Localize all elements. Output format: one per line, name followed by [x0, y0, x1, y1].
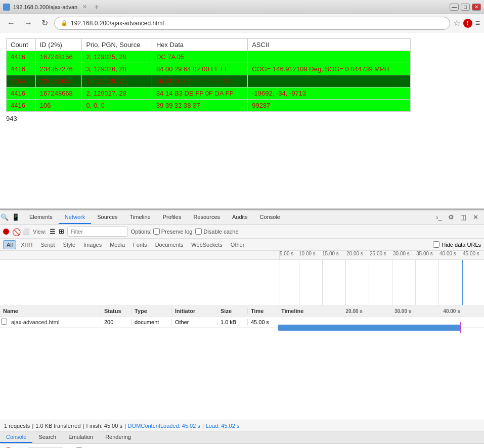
filter-type-websockets[interactable]: WebSockets	[188, 240, 226, 249]
cell-hex: DC 7A 05	[152, 51, 247, 63]
close-devtools-icon[interactable]: ✕	[471, 213, 480, 222]
address-bar[interactable]: 🔒 192.168.0.200/ajax-advanced.html	[54, 17, 450, 30]
clear-button[interactable]: 🚫	[12, 228, 19, 235]
grid-line-4	[345, 260, 346, 305]
network-status-bar: 1 requests | 1.0 KB transferred | Finish…	[0, 420, 484, 431]
filter-input[interactable]	[67, 227, 128, 237]
filter-type-other[interactable]: Other	[227, 240, 248, 249]
devtools-tab-network[interactable]: Network	[59, 211, 91, 224]
preserve-log-label: Options: Preserve log	[131, 228, 193, 235]
devtools-tab-console[interactable]: Console	[254, 211, 286, 224]
view-label: View:	[33, 229, 47, 235]
dom-content-link[interactable]: DOMContentLoaded: 45.02 s	[128, 423, 200, 429]
row-checkbox[interactable]	[1, 319, 7, 325]
filter-type-images[interactable]: Images	[80, 240, 105, 249]
devtools-tab-sources[interactable]: Sources	[91, 211, 123, 224]
tick-8: 45.00 s	[463, 251, 479, 256]
grid-line-3	[322, 260, 323, 305]
cell-hex: 84 14 B3 DE FF 0F DA FF	[152, 87, 247, 100]
tab-close-icon[interactable]: ✕	[82, 4, 87, 10]
grid-line-5	[369, 260, 369, 305]
filter-type-media[interactable]: Media	[106, 240, 128, 249]
row-name: ajax-advanced.html	[8, 319, 101, 325]
col-header-count: Count	[7, 39, 36, 51]
tick-1: 10.00 s	[299, 251, 316, 256]
bottom-tab-rendering[interactable]: Rendering	[99, 432, 137, 443]
cell-count: 4416	[7, 87, 36, 100]
mobile-icon[interactable]: 📱	[11, 213, 20, 222]
cell-ascii: COG= 146.912109 Deg, SOG= 0.044739 MPH	[248, 63, 411, 75]
tab-title: 192.168.0.200/ajax-advan	[13, 4, 77, 10]
filter-type-xhr[interactable]: XHR	[17, 240, 36, 249]
bottom-tab-console[interactable]: Console	[0, 432, 32, 443]
filter-type-style[interactable]: Style	[60, 240, 79, 249]
row-type: document	[131, 319, 172, 325]
menu-icon[interactable]: ≡	[475, 19, 480, 28]
cell-count: 4416	[7, 63, 36, 75]
filter-type-fonts[interactable]: Fonts	[129, 240, 151, 249]
cell-prio_pgn_source: 3, 129026, 28	[82, 63, 152, 75]
load-link[interactable]: Load: 45.02 s	[206, 423, 240, 429]
grid-view-icon[interactable]: ⊞	[59, 228, 64, 235]
forward-button[interactable]: →	[21, 17, 35, 30]
filter-type-all[interactable]: All	[3, 240, 16, 249]
back-button[interactable]: ←	[4, 17, 18, 30]
row-size: 1.0 kB	[217, 319, 248, 325]
dock-icon[interactable]: ◫	[459, 213, 468, 222]
timeline-end-marker	[460, 322, 461, 333]
network-row[interactable]: ajax-advanced.html 200 document Other 1.…	[0, 317, 484, 328]
devtools-tab-elements[interactable]: Elements	[23, 211, 59, 224]
devtools-tab-timeline[interactable]: Timeline	[124, 211, 157, 224]
cell-hex: 86 FF 00 EF FF FF FF FF	[152, 75, 247, 87]
col-time-header: Time	[248, 308, 278, 314]
timeline-indicator	[462, 260, 463, 305]
devtools-icons: 🔍 📱	[0, 213, 20, 222]
filter-icon[interactable]: ⬜	[22, 228, 30, 235]
cell-hex: 84 00 29 64 02 00 FF FF	[152, 63, 247, 75]
bottom-tab-emulation[interactable]: Emulation	[62, 432, 99, 443]
new-tab-btn[interactable]: +	[94, 3, 99, 12]
reload-button[interactable]: ↻	[38, 16, 51, 30]
waterfall-ruler: 5.00 s 10.00 s 15.00 s 20.00 s 25.00 s 3…	[0, 251, 484, 260]
data-table: Count ID (2%) Prio, PGN, Source Hex Data…	[6, 38, 411, 112]
disable-cache-checkbox[interactable]	[195, 228, 202, 235]
minimize-button[interactable]: —	[450, 4, 459, 11]
list-view-icon[interactable]: ☰	[50, 228, 56, 235]
row-type-text: document	[135, 319, 159, 325]
preserve-log-checkbox[interactable]	[153, 228, 160, 235]
devtools-tab-audits[interactable]: Audits	[226, 211, 254, 224]
inspect-icon[interactable]: 🔍	[0, 213, 9, 222]
cell-id: 167248668	[35, 87, 82, 100]
hide-data-urls-checkbox[interactable]	[433, 241, 439, 248]
tick-3: 20.00 s	[346, 251, 363, 256]
col-init-header: Initiator	[172, 308, 217, 314]
cell-ascii	[248, 51, 411, 63]
grid-line-2	[299, 260, 299, 305]
options-label: Options:	[131, 229, 152, 235]
separator-4: |	[202, 423, 204, 429]
error-icon: !	[463, 19, 472, 28]
preserve-log-text: Preserve log	[161, 229, 193, 235]
filter-type-documents[interactable]: Documents	[152, 240, 187, 249]
tick-0: 5.00 s	[280, 251, 293, 256]
devtools-tabs: ElementsNetworkSourcesTimelineProfilesRe…	[23, 211, 286, 224]
tick-4: 25.00 s	[370, 251, 386, 256]
devtools-tab-resources[interactable]: Resources	[187, 211, 226, 224]
disable-cache-text: Disable cache	[203, 229, 238, 235]
cell-count: 3094	[7, 75, 36, 87]
record-button[interactable]	[3, 229, 9, 235]
terminal-icon[interactable]: ›_	[434, 213, 444, 222]
col-size-header: Size	[217, 308, 248, 314]
bottom-tab-search[interactable]: Search	[32, 432, 62, 443]
bookmark-icon[interactable]: ☆	[453, 18, 460, 28]
title-bar-left: 192.168.0.200/ajax-advan ✕ +	[3, 3, 99, 12]
tab-favicon	[3, 4, 10, 11]
filter-type-script[interactable]: Script	[37, 240, 58, 249]
cell-prio_pgn_source: 3, 129029, 28	[82, 75, 152, 87]
maximize-button[interactable]: □	[461, 4, 470, 11]
separator-2: |	[83, 423, 84, 429]
devtools-right: ›_ ⚙ ◫ ✕	[434, 213, 484, 222]
settings-icon[interactable]: ⚙	[447, 213, 456, 222]
close-button[interactable]: ✕	[472, 4, 481, 11]
devtools-tab-profiles[interactable]: Profiles	[157, 211, 188, 224]
